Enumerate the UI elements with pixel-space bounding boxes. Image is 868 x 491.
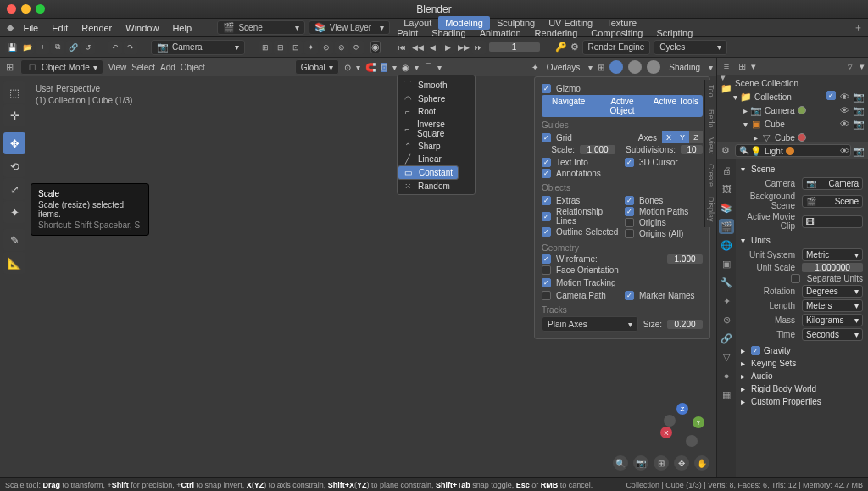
annotations-checkbox[interactable]: ✓ [542, 169, 551, 178]
scale-tool[interactable]: ⤢ [3, 178, 25, 200]
physics-tab-icon[interactable]: ⊚ [719, 312, 734, 327]
gizmo-x[interactable]: X [660, 427, 672, 438]
unit-scale-value[interactable]: 1.000000 [802, 263, 863, 272]
world-tab-icon[interactable]: 🌐 [719, 237, 734, 253]
render-settings-icon[interactable]: ⚙ [570, 42, 579, 53]
eye-icon[interactable]: 👁 [838, 91, 850, 103]
new-icon[interactable]: ＋ [36, 41, 49, 54]
scene-section[interactable]: Scene [751, 165, 775, 174]
snap-icon[interactable]: 🧲 [365, 63, 376, 72]
gizmo-neg-y[interactable] [664, 415, 676, 427]
gizmo-toggle-icon[interactable]: ✦ [531, 63, 538, 72]
annotate-tool[interactable]: ✎ [3, 229, 25, 251]
filter-icon[interactable]: ▿ [844, 60, 856, 72]
scene-tab-icon[interactable]: 🎬 [719, 219, 734, 234]
object-tab-icon[interactable]: ▣ [719, 256, 734, 271]
menu-window[interactable]: Window [120, 21, 164, 35]
particle-tab-icon[interactable]: ✦ [719, 293, 734, 309]
tab-display[interactable]: Display [704, 192, 716, 227]
axis-z-button[interactable]: Z [689, 131, 703, 143]
zoom-icon[interactable]: 🔍 [613, 455, 628, 471]
grid-checkbox[interactable]: ✓ [542, 133, 551, 142]
audio-section[interactable]: Audio [751, 371, 773, 381]
modifier-tab-icon[interactable]: 🔧 [719, 275, 734, 290]
render-icon[interactable]: 📷 [853, 118, 865, 130]
size-value[interactable]: 0.200 [667, 320, 703, 329]
move-tool[interactable]: ✥ [3, 132, 25, 154]
motion-paths-checkbox[interactable]: ✓ [625, 207, 634, 216]
open-icon[interactable]: 📂 [20, 41, 34, 54]
orientation-dropdown[interactable]: Global ▾ [295, 59, 339, 75]
auto-key-icon[interactable]: 🔑 [555, 42, 567, 53]
tool-icon[interactable]: ⊚ [335, 41, 348, 54]
render-icon[interactable]: 📷 [853, 145, 865, 157]
wireframe-checkbox[interactable]: ✓ [542, 254, 551, 264]
tab-redo[interactable]: Redo [704, 104, 716, 133]
mode-dropdown[interactable]: □Object Mode ▾ [20, 59, 103, 75]
recover-icon[interactable]: ↺ [81, 41, 95, 54]
falloff-sharp[interactable]: ⌃Sharp [398, 140, 475, 153]
subdiv-value[interactable]: 10 [681, 145, 703, 154]
falloff-random[interactable]: ⁙Random [398, 180, 475, 192]
tool-icon[interactable]: ⊙ [320, 41, 333, 54]
camera-prop-value[interactable]: 📷 Camera [802, 177, 863, 190]
outliner-camera[interactable]: Camera [765, 106, 795, 115]
material-tab-icon[interactable]: ● [719, 368, 734, 383]
overlay-icon[interactable]: ⊞ [598, 63, 604, 72]
camera-dropdown[interactable]: 📷Camera▾ [151, 40, 245, 55]
custom-props-section[interactable]: Custom Properties [751, 397, 821, 406]
tab-tool[interactable]: Tool [704, 80, 716, 104]
next-key-icon[interactable]: ▶▶ [457, 41, 470, 54]
menu-select[interactable]: Select [131, 63, 155, 72]
tool-icon[interactable]: ⊟ [274, 41, 287, 54]
workspace-tab-scripting[interactable]: Scripting [649, 26, 699, 40]
workspace-tab-shading[interactable]: Shading [425, 26, 472, 40]
jump-start-icon[interactable]: ⏮ [396, 41, 409, 54]
falloff-linear[interactable]: ╱Linear [398, 153, 475, 165]
menu-edit[interactable]: Edit [47, 21, 73, 35]
camera-path-checkbox[interactable] [542, 291, 551, 300]
append-icon[interactable]: ⧉ [51, 41, 64, 54]
outliner-light[interactable]: Light [765, 147, 783, 156]
render-icon[interactable]: 📷 [853, 104, 865, 116]
tab-navigate[interactable]: Navigate [542, 95, 595, 117]
render-engine-dropdown[interactable]: Render Engine [582, 40, 651, 55]
outline-sel-checkbox[interactable]: ✓ [542, 227, 551, 237]
tool-icon[interactable]: ✦ [304, 41, 318, 54]
wireframe-value[interactable]: 1.000 [667, 254, 703, 264]
tab-create[interactable]: Create [704, 159, 716, 192]
viewlayer-selector[interactable]: 📚View Layer▾ [309, 20, 390, 35]
cursor-tool[interactable]: ✛ [3, 104, 25, 126]
rigid-body-section[interactable]: Rigid Body World [751, 384, 816, 393]
extras-checkbox[interactable]: ✓ [542, 196, 551, 205]
keying-sets-section[interactable]: Keying Sets [751, 359, 796, 368]
menu-help[interactable]: Help [167, 21, 197, 35]
camera-view-icon[interactable]: 📷 [633, 455, 648, 471]
editor-type-icon[interactable]: ⊞ [3, 61, 15, 73]
rotation-value[interactable]: Degrees▾ [802, 285, 863, 298]
3d-viewport[interactable]: ⊞ □Object Mode ▾ View Select Add Object … [0, 58, 717, 477]
outliner-cube[interactable]: Cube [765, 120, 785, 129]
axis-x-button[interactable]: X [662, 131, 676, 143]
textinfo-checkbox[interactable]: ✓ [542, 158, 551, 167]
bg-scene-value[interactable]: 🎬 Scene [802, 195, 863, 208]
time-value[interactable]: Seconds▾ [802, 328, 863, 341]
menu-view[interactable]: View [108, 63, 127, 72]
save-icon[interactable]: 💾 [5, 41, 19, 54]
eye-icon[interactable]: 👁 [838, 145, 850, 157]
scene-selector[interactable]: 🎬Scene▾ [217, 20, 304, 35]
tool-icon[interactable]: ⟳ [350, 41, 364, 54]
outliner-cube-data[interactable]: Cube [775, 133, 795, 142]
toggle-icon[interactable]: ✓ [826, 91, 836, 100]
mass-value[interactable]: Kilograms▾ [802, 314, 863, 326]
pivot-icon[interactable]: ⊙ [344, 63, 351, 72]
gizmo-y[interactable]: Y [693, 416, 704, 428]
menu-object[interactable]: Object [181, 63, 205, 72]
texture-tab-icon[interactable]: ▦ [719, 387, 734, 402]
rotate-tool[interactable]: ⟲ [3, 155, 25, 177]
workspace-tab-compositing[interactable]: Compositing [584, 26, 649, 40]
render-tab-icon[interactable]: 🖨 [719, 163, 734, 178]
redo-icon[interactable]: ↷ [124, 41, 137, 54]
output-tab-icon[interactable]: 🖼 [719, 181, 734, 197]
menu-file[interactable]: File [19, 21, 44, 35]
